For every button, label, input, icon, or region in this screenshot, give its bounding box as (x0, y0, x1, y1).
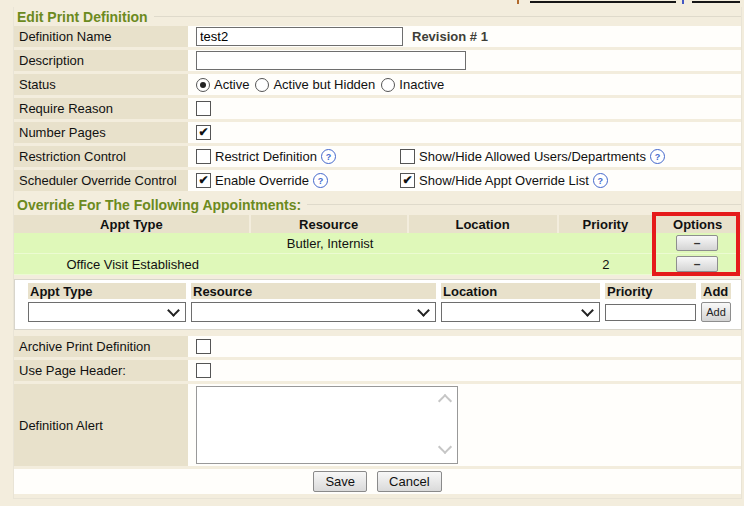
chevron-down-icon (581, 304, 594, 317)
edit-print-definition-groupbox: Edit Print Definition Definition Name Re… (13, 7, 742, 499)
resource-cell: Butler, Internist (251, 236, 409, 251)
number-pages-label: Number Pages (14, 122, 188, 143)
truncated-link-fragment[interactable] (517, 0, 519, 4)
use-page-header-label: Use Page Header: (14, 360, 188, 381)
save-button[interactable]: Save (313, 471, 367, 492)
edit-print-definition-page: Edit Print Definition Definition Name Re… (0, 0, 744, 506)
use-page-header-checkbox[interactable] (196, 363, 211, 378)
definition-name-input[interactable] (196, 27, 403, 46)
description-label: Description (14, 50, 188, 71)
priority-input[interactable] (605, 304, 696, 321)
scheduler-override-control-label: Scheduler Override Control (14, 170, 188, 191)
require-reason-label: Require Reason (14, 98, 188, 119)
add-col-resource: Resource (191, 283, 436, 299)
archive-print-definition-checkbox[interactable] (196, 339, 211, 354)
col-header-appt-type: Appt Type (14, 215, 249, 233)
status-label: Status (14, 74, 188, 95)
override-table-row: Butler, Internist – (14, 233, 741, 254)
legend-divider (154, 16, 741, 17)
override-table-header: Appt Type Resource Location Priority Opt… (14, 215, 741, 233)
description-row: Description (14, 50, 741, 71)
restriction-control-label: Restriction Control (14, 146, 188, 167)
show-hide-appt-override-list-checkbox[interactable] (400, 173, 415, 188)
cancel-button[interactable]: Cancel (377, 471, 441, 492)
remove-override-button[interactable]: – (676, 235, 718, 251)
enable-override-label: Enable Override (215, 173, 309, 188)
require-reason-checkbox[interactable] (196, 101, 211, 116)
restriction-control-row: Restriction Control Restrict Definition … (14, 146, 741, 167)
definition-alert-textarea[interactable] (197, 387, 457, 463)
add-override-button[interactable]: Add (701, 302, 731, 322)
definition-name-row: Definition Name Revision # 1 (14, 26, 741, 47)
col-header-location: Location (409, 215, 557, 233)
status-active-hidden-radio[interactable] (255, 78, 269, 92)
status-inactive-label: Inactive (399, 77, 444, 92)
appt-type-select[interactable] (28, 302, 186, 322)
chevron-down-icon (167, 304, 180, 317)
definition-alert-label: Definition Alert (14, 384, 188, 466)
link-separator (682, 0, 684, 4)
override-section-heading-row: Override For The Following Appointments: (14, 195, 741, 214)
restrict-definition-label: Restrict Definition (215, 149, 317, 164)
chevron-down-icon (417, 304, 430, 317)
add-col-location: Location (441, 283, 600, 299)
status-active-label: Active (214, 77, 249, 92)
scheduler-override-control-row: Scheduler Override Control Enable Overri… (14, 170, 741, 191)
require-reason-row: Require Reason (14, 98, 741, 119)
status-active-hidden-label: Active but Hidden (273, 77, 375, 92)
enable-override-checkbox[interactable] (196, 173, 211, 188)
truncated-link[interactable] (692, 1, 740, 3)
status-active-radio[interactable] (196, 78, 210, 92)
add-col-appt-type: Appt Type (28, 283, 186, 299)
add-col-add: Add (701, 283, 731, 299)
show-hide-appt-override-list-label: Show/Hide Appt Override List (419, 173, 589, 188)
form-actions-row: Save Cancel (14, 469, 741, 494)
number-pages-row: Number Pages (14, 122, 741, 143)
col-header-options: Options (654, 215, 741, 233)
status-row: Status Active Active but Hidden Inactive (14, 74, 741, 95)
use-page-header-row: Use Page Header: (14, 360, 741, 381)
add-override-panel: Appt Type Resource Location Priority Add… (14, 279, 742, 330)
definition-alert-row: Definition Alert (14, 384, 741, 466)
help-icon[interactable]: ? (593, 173, 608, 188)
revision-number: Revision # 1 (412, 29, 488, 44)
override-section-heading: Override For The Following Appointments: (17, 197, 301, 213)
definition-name-label: Definition Name (14, 26, 188, 47)
help-icon[interactable]: ? (321, 149, 336, 164)
archive-print-definition-label: Archive Print Definition (14, 336, 188, 357)
col-header-priority: Priority (559, 215, 653, 233)
restrict-definition-checkbox[interactable] (196, 149, 211, 164)
remove-override-button[interactable]: – (676, 256, 718, 272)
page-title-row: Edit Print Definition (14, 7, 741, 26)
add-col-priority: Priority (605, 283, 696, 299)
truncated-link[interactable] (530, 1, 676, 3)
location-select[interactable] (441, 302, 600, 322)
appt-type-cell: Office Visit Established (14, 257, 251, 272)
page-title: Edit Print Definition (17, 9, 148, 25)
col-header-resource: Resource (251, 215, 407, 233)
status-inactive-radio[interactable] (381, 78, 395, 92)
archive-print-definition-row: Archive Print Definition (14, 336, 741, 357)
help-icon[interactable]: ? (650, 149, 665, 164)
show-hide-users-departments-checkbox[interactable] (400, 149, 415, 164)
override-table-row: Office Visit Established 2 – (14, 254, 741, 275)
legend-divider (307, 204, 741, 205)
help-icon[interactable]: ? (313, 173, 328, 188)
show-hide-users-departments-label: Show/Hide Allowed Users/Departments (419, 149, 646, 164)
description-input[interactable] (196, 51, 466, 70)
resource-select[interactable] (191, 302, 436, 322)
priority-cell: 2 (559, 257, 654, 272)
number-pages-checkbox[interactable] (196, 125, 211, 140)
